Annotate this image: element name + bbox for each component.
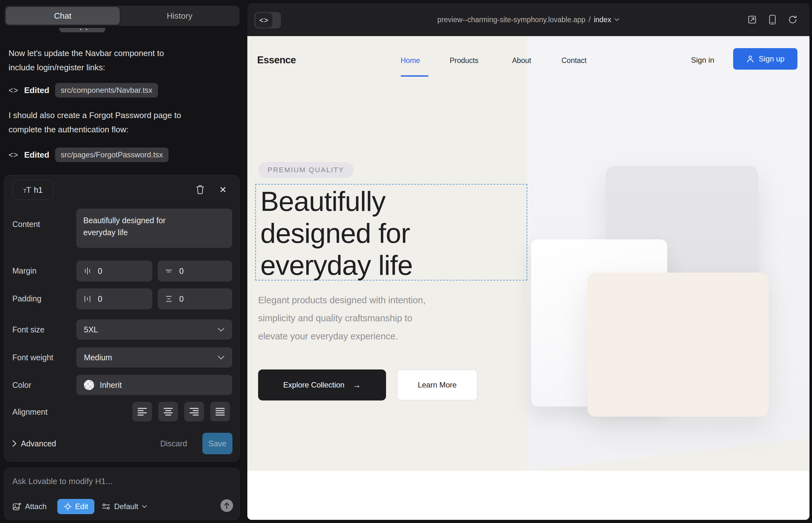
active-nav-underline: [401, 75, 428, 77]
align-left-button[interactable]: [133, 402, 152, 421]
font-size-select[interactable]: 5XL: [76, 320, 232, 340]
code-icon: <>: [8, 86, 18, 95]
margin-label: Margin: [12, 266, 36, 275]
save-button[interactable]: Save: [202, 433, 232, 454]
sign-in-link[interactable]: Sign in: [691, 56, 714, 65]
url-bar[interactable]: preview--charming-site-symphony.lovable.…: [247, 3, 810, 36]
target-icon: [64, 502, 72, 511]
learn-more-button[interactable]: Learn More: [397, 369, 478, 400]
color-select[interactable]: Inherit: [76, 375, 232, 395]
attach-image-icon: [12, 502, 21, 511]
refresh-button[interactable]: [787, 14, 798, 25]
mobile-view-button[interactable]: [767, 14, 778, 25]
nav-link-contact[interactable]: Contact: [562, 56, 586, 65]
hero-placeholder-card-cream: [587, 273, 769, 417]
arrow-right-icon: →: [353, 380, 361, 390]
nav-link-about[interactable]: About: [512, 56, 531, 65]
advanced-toggle[interactable]: Advanced: [12, 433, 56, 454]
url-host: preview--charming-site-symphony.lovable.…: [437, 16, 585, 24]
browser-actions: [747, 3, 798, 36]
explore-collection-button[interactable]: Explore Collection →: [258, 369, 386, 400]
discard-button[interactable]: Discard: [160, 433, 187, 454]
edited-file-row: <> Edited src/components/Navbar.tsx: [8, 83, 158, 97]
color-label: Color: [12, 381, 31, 390]
nav-link-home[interactable]: Home: [401, 56, 420, 65]
send-button[interactable]: [220, 499, 233, 512]
chat-history-tabs: Chat History: [4, 6, 240, 26]
composer-toolbar: Attach Edit: [12, 499, 147, 514]
user-icon: [746, 55, 754, 63]
preview-browser-window: <> preview--charming-site-symphony.lovab…: [247, 3, 810, 520]
content-textarea[interactable]: Beautifully designed for everyday life: [76, 209, 232, 248]
chat-composer: Ask Lovable to modify H1... Attach: [4, 468, 240, 520]
sliders-icon: [102, 502, 110, 511]
arrow-up-icon: [224, 502, 230, 509]
margin-x-input[interactable]: 0: [76, 260, 152, 282]
font-size-label: Font size: [12, 325, 44, 334]
site-brand[interactable]: Essence: [257, 54, 296, 66]
chevron-down-icon: [614, 18, 619, 21]
edited-label: Edited: [24, 86, 49, 95]
edit-mode-button[interactable]: Edit: [57, 499, 94, 514]
chat-panel: Chat History Now let's update the Navbar…: [0, 0, 247, 523]
margin-horizontal-icon: [83, 267, 91, 275]
scrolled-chip-peek: [59, 28, 105, 32]
typography-icon: TT: [23, 185, 31, 195]
close-inspector-button[interactable]: ✕: [217, 183, 229, 196]
transparent-swatch-icon: [84, 380, 94, 390]
align-justify-button[interactable]: [210, 402, 230, 421]
lovable-editor: Chat History Now let's update the Navbar…: [0, 0, 812, 523]
alignment-label: Alignment: [12, 408, 48, 417]
padding-label: Padding: [12, 294, 41, 303]
nav-link-products[interactable]: Products: [450, 56, 478, 65]
refresh-icon: [788, 15, 797, 24]
margin-y-input[interactable]: 0: [158, 260, 232, 282]
attach-button[interactable]: Attach: [12, 502, 47, 511]
section-below-hero: [247, 471, 810, 520]
align-right-button[interactable]: [184, 402, 204, 421]
composer-input[interactable]: Ask Lovable to modify H1...: [12, 476, 112, 486]
assistant-message: Now let's update the Navbar component to…: [8, 46, 230, 75]
edited-label: Edited: [24, 150, 49, 160]
url-page-selector[interactable]: index: [594, 16, 611, 24]
selected-element-chip[interactable]: TT h1: [12, 180, 54, 200]
delete-element-button[interactable]: [194, 183, 206, 196]
trash-icon: [196, 184, 205, 195]
tab-chat[interactable]: Chat: [6, 7, 120, 25]
open-external-button[interactable]: [747, 14, 758, 25]
hero-headline[interactable]: Beautifully designed for everyday life: [260, 185, 488, 281]
chevron-right-icon: [12, 440, 16, 447]
external-link-icon: [747, 15, 757, 24]
element-inspector-panel: TT h1 ✕ Content Beautifully designed for…: [4, 175, 240, 462]
align-center-icon: [163, 408, 173, 416]
align-center-button[interactable]: [158, 402, 178, 421]
selected-h1-outline[interactable]: Beautifully designed for everyday life: [255, 184, 527, 281]
sign-up-button[interactable]: Sign up: [733, 48, 797, 70]
file-chip-forgotpassword[interactable]: src/pages/ForgotPassword.tsx: [55, 147, 169, 162]
padding-vertical-icon: [165, 295, 173, 303]
padding-horizontal-icon: [83, 295, 91, 303]
tab-history[interactable]: History: [120, 6, 240, 26]
chevron-down-icon: [217, 328, 225, 332]
padding-y-input[interactable]: 0: [158, 288, 232, 309]
close-icon: ✕: [219, 184, 226, 195]
chevron-down-icon: [142, 505, 147, 508]
font-weight-label: Font weight: [12, 353, 53, 362]
font-weight-select[interactable]: Medium: [76, 347, 232, 367]
align-right-icon: [189, 408, 199, 416]
assistant-message: I should also create a Forgot Password p…: [8, 108, 230, 137]
browser-toolbar: <> preview--charming-site-symphony.lovab…: [247, 3, 810, 36]
margin-vertical-icon: [165, 267, 173, 275]
code-icon: <>: [8, 150, 18, 160]
mobile-device-icon: [769, 15, 776, 25]
align-justify-icon: [215, 408, 225, 416]
file-chip-navbar[interactable]: src/components/Navbar.tsx: [55, 83, 158, 97]
content-label: Content: [12, 220, 40, 229]
chevron-down-icon: [217, 356, 225, 360]
url-separator: /: [589, 16, 590, 24]
padding-x-input[interactable]: 0: [76, 288, 152, 309]
element-tag: h1: [34, 185, 43, 195]
model-default-dropdown[interactable]: Default: [102, 502, 147, 511]
premium-quality-badge: PREMIUM QUALITY: [258, 162, 354, 178]
edited-file-row: <> Edited src/pages/ForgotPassword.tsx: [8, 147, 169, 162]
